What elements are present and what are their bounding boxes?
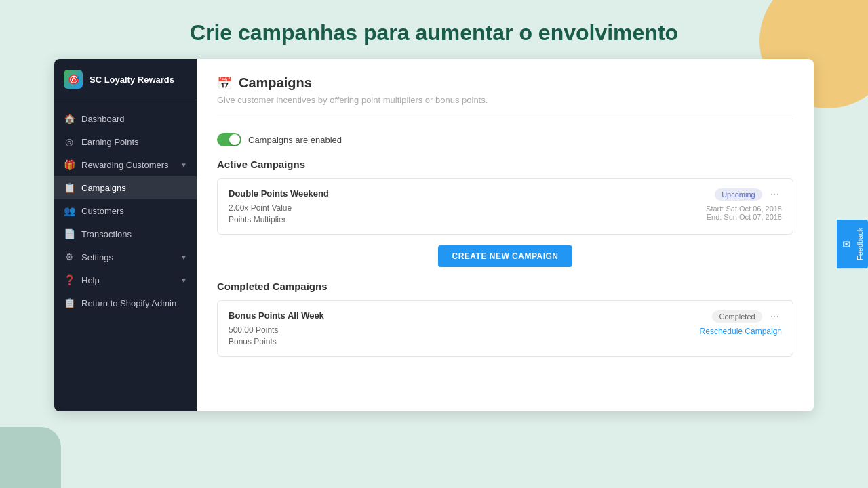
- sidebar-item-label: Transactions: [81, 229, 132, 239]
- help-icon: ❓: [64, 274, 75, 285]
- campaign-info: Double Points Weekend 2.00x Point Value …: [229, 188, 329, 224]
- sidebar-item-label: Dashboard: [81, 114, 125, 124]
- app-name: SC Loyalty Rewards: [90, 75, 174, 85]
- status-badge: Completed: [712, 310, 762, 323]
- dashboard-icon: 🏠: [64, 113, 75, 124]
- sidebar-item-campaigns[interactable]: 📋 Campaigns: [54, 176, 197, 199]
- sidebar-item-label: Customers: [81, 206, 124, 216]
- toggle-row: Campaigns are enabled: [217, 133, 793, 146]
- return-shopify-icon: 📋: [64, 298, 75, 308]
- campaign-header-right: Completed ···: [712, 310, 782, 323]
- feedback-icon: ✉: [841, 239, 852, 249]
- toggle-label: Campaigns are enabled: [248, 135, 342, 145]
- campaigns-icon: 📋: [64, 182, 75, 193]
- chevron-down-icon: ▼: [180, 161, 187, 169]
- sidebar-item-label: Earning Points: [81, 137, 139, 147]
- completed-campaigns-title: Completed Campaigns: [217, 281, 793, 292]
- campaign-detail-1: 500.00 Points: [229, 325, 324, 335]
- reschedule-campaign-link[interactable]: Reschedule Campaign: [700, 327, 782, 336]
- app-container: 🎯 SC Loyalty Rewards 🏠 Dashboard ◎ Earni…: [54, 59, 814, 411]
- sidebar: 🎯 SC Loyalty Rewards 🏠 Dashboard ◎ Earni…: [54, 59, 197, 411]
- create-btn-row: CREATE NEW CAMPAIGN: [217, 245, 793, 267]
- sidebar-item-help[interactable]: ❓ Help ▼: [54, 268, 197, 291]
- campaigns-page-title: Campaigns: [239, 75, 312, 91]
- chevron-down-icon: ▼: [180, 277, 187, 284]
- sidebar-item-label: Rewarding Customers: [81, 160, 169, 170]
- campaign-start-date: Start: Sat Oct 06, 2018 End: Sun Oct 07,…: [706, 205, 782, 221]
- completed-campaign-card: Bonus Points All Week 500.00 Points Bonu…: [217, 300, 793, 357]
- page-heading: Crie campanhas para aumentar o envolvime…: [0, 0, 868, 59]
- active-campaigns-title: Active Campaigns: [217, 159, 793, 170]
- more-options-button[interactable]: ···: [768, 189, 782, 200]
- sidebar-item-settings[interactable]: ⚙ Settings ▼: [54, 245, 197, 268]
- sidebar-item-rewarding-customers[interactable]: 🎁 Rewarding Customers ▼: [54, 153, 197, 176]
- sidebar-item-label: Campaigns: [81, 183, 126, 193]
- sidebar-item-customers[interactable]: 👥 Customers: [54, 199, 197, 222]
- sidebar-logo: 🎯 SC Loyalty Rewards: [54, 59, 197, 100]
- campaign-detail-1: 2.00x Point Value: [229, 203, 329, 213]
- sidebar-item-dashboard[interactable]: 🏠 Dashboard: [54, 107, 197, 130]
- chevron-down-icon: ▼: [180, 253, 187, 261]
- more-options-button[interactable]: ···: [768, 311, 782, 322]
- campaign-header-right: Upcoming ···: [715, 188, 782, 201]
- campaign-right: Completed ··· Reschedule Campaign: [700, 310, 782, 336]
- earning-points-icon: ◎: [64, 136, 75, 147]
- transactions-icon: 📄: [64, 228, 75, 239]
- campaign-detail-2: Bonus Points: [229, 337, 324, 346]
- campaign-right: Upcoming ··· Start: Sat Oct 06, 2018 End…: [706, 188, 782, 221]
- sidebar-nav: 🏠 Dashboard ◎ Earning Points 🎁 Rewarding…: [54, 100, 197, 411]
- decorative-shape: [0, 427, 61, 488]
- feedback-button[interactable]: ✉ Feedback: [837, 220, 868, 268]
- campaign-detail-2: Points Multiplier: [229, 215, 329, 224]
- header-divider: [217, 119, 793, 119]
- campaigns-enabled-toggle[interactable]: [217, 133, 241, 146]
- sidebar-item-label: Help: [81, 275, 100, 285]
- customers-icon: 👥: [64, 205, 75, 216]
- page-header: 📅 Campaigns: [217, 75, 793, 91]
- feedback-label: Feedback: [856, 228, 864, 260]
- sidebar-item-earning-points[interactable]: ◎ Earning Points: [54, 130, 197, 153]
- status-badge: Upcoming: [715, 188, 762, 201]
- sidebar-item-return-shopify[interactable]: 📋 Return to Shopify Admin: [54, 291, 197, 314]
- app-logo-icon: 🎯: [64, 70, 83, 89]
- campaigns-header-icon: 📅: [217, 76, 232, 91]
- sidebar-item-transactions[interactable]: 📄 Transactions: [54, 222, 197, 245]
- active-campaign-card: Double Points Weekend 2.00x Point Value …: [217, 178, 793, 235]
- campaign-info: Bonus Points All Week 500.00 Points Bonu…: [229, 310, 324, 346]
- sidebar-item-label: Settings: [81, 252, 113, 262]
- campaigns-page-subtitle: Give customer incentives by offering poi…: [217, 95, 793, 105]
- sidebar-item-label: Return to Shopify Admin: [81, 298, 176, 308]
- main-content: 📅 Campaigns Give customer incentives by …: [197, 59, 814, 411]
- create-new-campaign-button[interactable]: CREATE NEW CAMPAIGN: [438, 245, 572, 267]
- campaign-name: Double Points Weekend: [229, 188, 329, 199]
- rewarding-customers-icon: 🎁: [64, 159, 75, 170]
- campaign-name: Bonus Points All Week: [229, 310, 324, 321]
- settings-icon: ⚙: [64, 251, 75, 262]
